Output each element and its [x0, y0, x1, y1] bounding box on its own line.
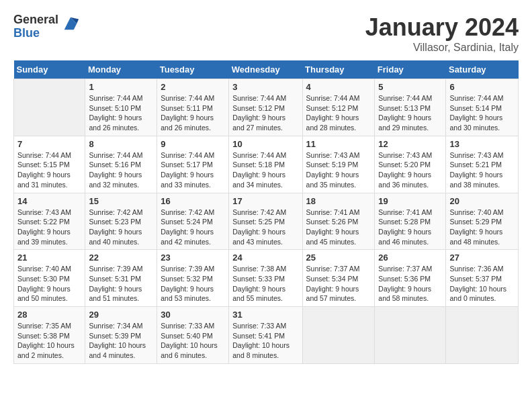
calendar-cell: 16Sunrise: 7:42 AM Sunset: 5:24 PM Dayli… [157, 193, 229, 250]
logo-blue: Blue [13, 27, 58, 40]
day-info: Sunrise: 7:44 AM Sunset: 5:15 PM Dayligh… [17, 150, 81, 190]
header-day-monday: Monday [85, 60, 157, 79]
title-block: January 2024 Villasor, Sardinia, Italy [365, 13, 519, 54]
header-day-saturday: Saturday [446, 60, 519, 79]
day-number: 15 [89, 196, 153, 206]
day-info: Sunrise: 7:43 AM Sunset: 5:21 PM Dayligh… [449, 150, 515, 190]
day-info: Sunrise: 7:42 AM Sunset: 5:23 PM Dayligh… [89, 208, 153, 247]
day-info: Sunrise: 7:42 AM Sunset: 5:25 PM Dayligh… [232, 208, 298, 247]
day-info: Sunrise: 7:38 AM Sunset: 5:33 PM Dayligh… [232, 264, 298, 304]
calendar-cell: 30Sunrise: 7:33 AM Sunset: 5:40 PM Dayli… [157, 307, 229, 364]
calendar-cell: 23Sunrise: 7:39 AM Sunset: 5:32 PM Dayli… [157, 250, 229, 307]
calendar-cell [446, 307, 519, 364]
day-number: 18 [306, 196, 371, 206]
day-number: 27 [449, 253, 515, 263]
day-info: Sunrise: 7:39 AM Sunset: 5:32 PM Dayligh… [161, 264, 225, 304]
calendar-cell: 15Sunrise: 7:42 AM Sunset: 5:23 PM Dayli… [85, 193, 157, 250]
day-info: Sunrise: 7:44 AM Sunset: 5:10 PM Dayligh… [89, 93, 153, 133]
calendar-cell: 4Sunrise: 7:44 AM Sunset: 5:12 PM Daylig… [302, 79, 375, 136]
day-number: 23 [161, 253, 225, 263]
day-number: 17 [232, 196, 298, 206]
calendar-cell: 14Sunrise: 7:43 AM Sunset: 5:22 PM Dayli… [14, 193, 85, 250]
calendar-cell: 7Sunrise: 7:44 AM Sunset: 5:15 PM Daylig… [14, 136, 85, 193]
page-header: General Blue January 2024 Villasor, Sard… [13, 13, 519, 54]
day-info: Sunrise: 7:44 AM Sunset: 5:16 PM Dayligh… [89, 150, 153, 190]
calendar-cell: 13Sunrise: 7:43 AM Sunset: 5:21 PM Dayli… [446, 136, 519, 193]
location-subtitle: Villasor, Sardinia, Italy [365, 42, 519, 54]
calendar-cell: 27Sunrise: 7:36 AM Sunset: 5:37 PM Dayli… [446, 250, 519, 307]
logo-icon [61, 14, 80, 33]
header-day-wednesday: Wednesday [229, 60, 302, 79]
calendar-header: SundayMondayTuesdayWednesdayThursdayFrid… [14, 60, 519, 79]
calendar-cell [375, 307, 446, 364]
calendar-week-1: 1Sunrise: 7:44 AM Sunset: 5:10 PM Daylig… [14, 79, 519, 136]
calendar-cell: 26Sunrise: 7:37 AM Sunset: 5:36 PM Dayli… [375, 250, 446, 307]
day-info: Sunrise: 7:34 AM Sunset: 5:39 PM Dayligh… [89, 321, 153, 361]
day-info: Sunrise: 7:37 AM Sunset: 5:36 PM Dayligh… [378, 264, 442, 304]
day-number: 30 [161, 310, 225, 320]
calendar-cell: 24Sunrise: 7:38 AM Sunset: 5:33 PM Dayli… [229, 250, 302, 307]
day-number: 1 [89, 82, 153, 92]
day-number: 12 [378, 139, 442, 149]
day-number: 24 [232, 253, 298, 263]
calendar-body: 1Sunrise: 7:44 AM Sunset: 5:10 PM Daylig… [14, 79, 519, 364]
day-info: Sunrise: 7:43 AM Sunset: 5:20 PM Dayligh… [378, 150, 442, 190]
day-number: 22 [89, 253, 153, 263]
day-info: Sunrise: 7:44 AM Sunset: 5:14 PM Dayligh… [449, 93, 515, 133]
day-info: Sunrise: 7:37 AM Sunset: 5:34 PM Dayligh… [306, 264, 371, 304]
calendar-cell: 28Sunrise: 7:35 AM Sunset: 5:38 PM Dayli… [14, 307, 85, 364]
day-number: 28 [17, 310, 81, 320]
calendar-cell [14, 79, 85, 136]
calendar-cell: 31Sunrise: 7:33 AM Sunset: 5:41 PM Dayli… [229, 307, 302, 364]
day-number: 3 [232, 82, 298, 92]
calendar-cell: 19Sunrise: 7:41 AM Sunset: 5:28 PM Dayli… [375, 193, 446, 250]
day-number: 6 [449, 82, 515, 92]
calendar-cell: 20Sunrise: 7:40 AM Sunset: 5:29 PM Dayli… [446, 193, 519, 250]
day-info: Sunrise: 7:44 AM Sunset: 5:17 PM Dayligh… [161, 150, 225, 190]
day-info: Sunrise: 7:36 AM Sunset: 5:37 PM Dayligh… [449, 264, 515, 304]
day-number: 4 [306, 82, 371, 92]
calendar-cell: 25Sunrise: 7:37 AM Sunset: 5:34 PM Dayli… [302, 250, 375, 307]
header-day-thursday: Thursday [302, 60, 375, 79]
day-number: 20 [449, 196, 515, 206]
header-day-sunday: Sunday [14, 60, 85, 79]
day-number: 7 [17, 139, 81, 149]
calendar-cell: 29Sunrise: 7:34 AM Sunset: 5:39 PM Dayli… [85, 307, 157, 364]
day-number: 31 [232, 310, 298, 320]
day-info: Sunrise: 7:35 AM Sunset: 5:38 PM Dayligh… [17, 321, 81, 361]
calendar-cell: 21Sunrise: 7:40 AM Sunset: 5:30 PM Dayli… [14, 250, 85, 307]
calendar-cell: 22Sunrise: 7:39 AM Sunset: 5:31 PM Dayli… [85, 250, 157, 307]
day-info: Sunrise: 7:44 AM Sunset: 5:11 PM Dayligh… [161, 93, 225, 133]
day-info: Sunrise: 7:40 AM Sunset: 5:29 PM Dayligh… [449, 208, 515, 247]
calendar-cell: 11Sunrise: 7:43 AM Sunset: 5:19 PM Dayli… [302, 136, 375, 193]
logo: General Blue [13, 13, 80, 40]
calendar-week-5: 28Sunrise: 7:35 AM Sunset: 5:38 PM Dayli… [14, 307, 519, 364]
day-number: 9 [161, 139, 225, 149]
header-day-tuesday: Tuesday [157, 60, 229, 79]
day-info: Sunrise: 7:39 AM Sunset: 5:31 PM Dayligh… [89, 264, 153, 304]
day-number: 11 [306, 139, 371, 149]
calendar-cell: 2Sunrise: 7:44 AM Sunset: 5:11 PM Daylig… [157, 79, 229, 136]
calendar-cell: 12Sunrise: 7:43 AM Sunset: 5:20 PM Dayli… [375, 136, 446, 193]
calendar-week-4: 21Sunrise: 7:40 AM Sunset: 5:30 PM Dayli… [14, 250, 519, 307]
day-info: Sunrise: 7:43 AM Sunset: 5:19 PM Dayligh… [306, 150, 371, 190]
calendar-table: SundayMondayTuesdayWednesdayThursdayFrid… [13, 60, 519, 364]
day-info: Sunrise: 7:43 AM Sunset: 5:22 PM Dayligh… [17, 208, 81, 247]
day-number: 19 [378, 196, 442, 206]
header-day-friday: Friday [375, 60, 446, 79]
day-info: Sunrise: 7:42 AM Sunset: 5:24 PM Dayligh… [161, 208, 225, 247]
day-info: Sunrise: 7:40 AM Sunset: 5:30 PM Dayligh… [17, 264, 81, 304]
day-number: 8 [89, 139, 153, 149]
calendar-cell: 5Sunrise: 7:44 AM Sunset: 5:13 PM Daylig… [375, 79, 446, 136]
calendar-cell: 10Sunrise: 7:44 AM Sunset: 5:18 PM Dayli… [229, 136, 302, 193]
day-number: 26 [378, 253, 442, 263]
day-number: 21 [17, 253, 81, 263]
calendar-cell: 3Sunrise: 7:44 AM Sunset: 5:12 PM Daylig… [229, 79, 302, 136]
calendar-cell: 6Sunrise: 7:44 AM Sunset: 5:14 PM Daylig… [446, 79, 519, 136]
day-number: 29 [89, 310, 153, 320]
day-info: Sunrise: 7:44 AM Sunset: 5:13 PM Dayligh… [378, 93, 442, 133]
day-number: 25 [306, 253, 371, 263]
calendar-cell: 9Sunrise: 7:44 AM Sunset: 5:17 PM Daylig… [157, 136, 229, 193]
day-info: Sunrise: 7:33 AM Sunset: 5:40 PM Dayligh… [161, 321, 225, 361]
calendar-week-3: 14Sunrise: 7:43 AM Sunset: 5:22 PM Dayli… [14, 193, 519, 250]
